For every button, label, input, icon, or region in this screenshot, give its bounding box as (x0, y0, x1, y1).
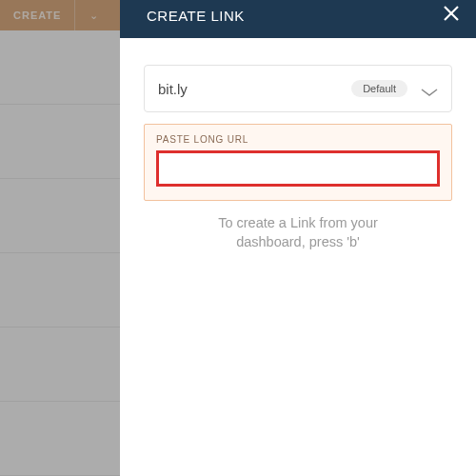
domain-right: Default (351, 80, 438, 97)
paste-url-label: PASTE LONG URL (156, 134, 440, 145)
list-item (0, 402, 120, 476)
list-item (0, 105, 120, 179)
default-badge: Default (351, 80, 407, 97)
create-button[interactable]: CREATE (0, 0, 75, 30)
list-item (0, 179, 120, 253)
panel-body: bit.ly Default PASTE LONG URL To create … (120, 38, 476, 251)
list-item (0, 327, 120, 402)
help-line: dashboard, press 'b' (144, 233, 452, 252)
list-item (0, 30, 120, 105)
help-text: To create a Link from your dashboard, pr… (144, 214, 452, 251)
chevron-down-icon (421, 84, 438, 93)
panel-header: CREATE LINK (120, 0, 476, 38)
list-item (0, 253, 120, 327)
domain-selector[interactable]: bit.ly Default (144, 65, 452, 112)
create-link-panel: CREATE LINK bit.ly Default PASTE LONG UR… (120, 0, 476, 476)
background-header: CREATE ⌄ (0, 0, 120, 30)
background-list (0, 30, 120, 476)
domain-value: bit.ly (158, 81, 188, 97)
long-url-input[interactable] (156, 150, 440, 187)
chevron-down-icon[interactable]: ⌄ (80, 10, 98, 22)
url-section: PASTE LONG URL (144, 124, 452, 201)
help-line: To create a Link from your (144, 214, 452, 233)
panel-title: CREATE LINK (147, 8, 245, 24)
close-icon[interactable] (442, 4, 461, 27)
